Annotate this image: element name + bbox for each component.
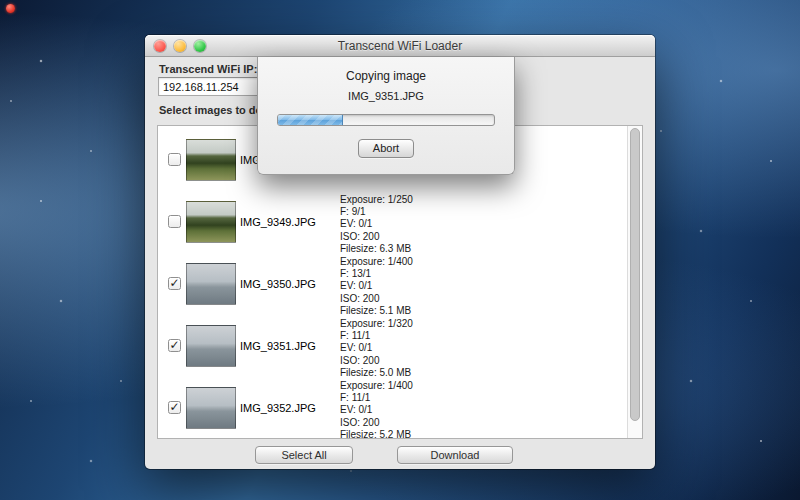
image-thumbnail	[186, 325, 236, 367]
checkmark-icon: ✓	[169, 338, 179, 352]
red-status-indicator-icon	[6, 4, 15, 13]
exif-line: Exposure: 1/320	[340, 318, 413, 330]
exif-line: EV: 0/1	[340, 404, 413, 416]
exif-line: Exposure: 1/400	[340, 380, 413, 392]
image-filename: IMG_9351.JPG	[240, 340, 338, 352]
image-checkbox[interactable]: ✓	[168, 277, 181, 290]
title-bar[interactable]: Transcend WiFi Loader	[145, 35, 655, 57]
exif-line: ISO: 200	[340, 355, 413, 367]
exif-line: ISO: 200	[340, 293, 413, 305]
image-row: ✓ IMG_9352.JPG Exposure: 1/400F: 11/1EV:…	[158, 377, 627, 439]
image-exif: Exposure: 1/320F: 11/1EV: 0/1ISO: 200Fil…	[340, 318, 413, 379]
exif-line: ISO: 200	[340, 231, 413, 243]
image-thumbnail	[186, 263, 236, 305]
copy-progress-dialog: Copying image IMG_9351.JPG Abort	[257, 57, 515, 175]
image-thumbnail	[186, 387, 236, 429]
image-checkbox[interactable]: ✓	[168, 401, 181, 414]
exif-line: EV: 0/1	[340, 342, 413, 354]
abort-button[interactable]: Abort	[358, 139, 414, 158]
image-row: ✓ IMG_9351.JPG Exposure: 1/320F: 11/1EV:…	[158, 315, 627, 377]
exif-line: ISO: 200	[340, 417, 413, 429]
image-filename: IMG_9349.JPG	[240, 216, 338, 228]
progress-bar	[277, 114, 495, 126]
exif-line: F: 9/1	[340, 206, 413, 218]
exif-line: EV: 0/1	[340, 218, 413, 230]
image-exif: Exposure: 1/400F: 13/1EV: 0/1ISO: 200Fil…	[340, 256, 413, 317]
image-exif: Exposure: 1/250F: 9/1EV: 0/1ISO: 200File…	[340, 194, 413, 255]
image-thumbnail	[186, 139, 236, 181]
exif-line: Filesize: 5.2 MB	[340, 429, 413, 439]
image-checkbox[interactable]: ✓	[168, 215, 181, 228]
dialog-filename: IMG_9351.JPG	[258, 90, 514, 102]
window-title: Transcend WiFi Loader	[145, 39, 655, 53]
image-filename: IMG_9352.JPG	[240, 402, 338, 414]
exif-line: F: 11/1	[340, 392, 413, 404]
checkmark-icon: ✓	[169, 400, 179, 414]
download-button[interactable]: Download	[397, 446, 513, 464]
exif-line: EV: 0/1	[340, 280, 413, 292]
checkmark-icon: ✓	[169, 276, 179, 290]
progress-fill	[278, 115, 343, 125]
exif-line: Exposure: 1/250	[340, 194, 413, 206]
ip-label: Transcend WiFi IP:	[159, 63, 257, 75]
scrollbar-track[interactable]	[627, 126, 642, 438]
image-filename: IMG_9350.JPG	[240, 278, 338, 290]
exif-line: Exposure: 1/400	[340, 256, 413, 268]
image-row: ✓ IMG_9350.JPG Exposure: 1/400F: 13/1EV:…	[158, 253, 627, 315]
starfield	[0, 0, 2, 2]
app-window: Transcend WiFi Loader Transcend WiFi IP:…	[145, 35, 655, 469]
image-row: ✓ IMG_9349.JPG Exposure: 1/250F: 9/1EV: …	[158, 191, 627, 253]
select-all-button[interactable]: Select All	[255, 446, 353, 464]
dialog-title: Copying image	[258, 69, 514, 83]
scrollbar-thumb[interactable]	[630, 128, 640, 421]
image-thumbnail	[186, 201, 236, 243]
image-checkbox[interactable]: ✓	[168, 153, 181, 166]
image-exif: Exposure: 1/400F: 11/1EV: 0/1ISO: 200Fil…	[340, 380, 413, 439]
exif-line: F: 13/1	[340, 268, 413, 280]
image-checkbox[interactable]: ✓	[168, 339, 181, 352]
exif-line: F: 11/1	[340, 330, 413, 342]
